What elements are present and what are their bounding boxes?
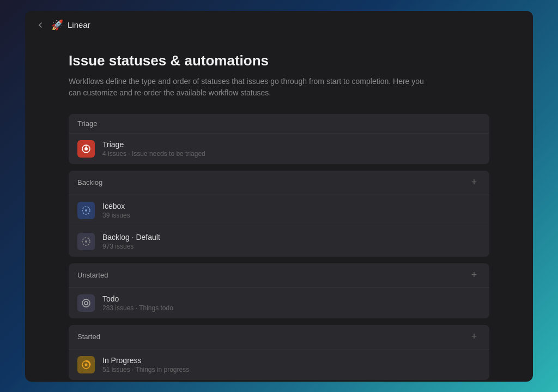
svg-point-10 <box>85 363 88 366</box>
title-bar: 🚀 Linear <box>25 11 533 39</box>
status-info: In Progress51 issues · Things in progres… <box>102 356 189 373</box>
status-info: Backlog · Default973 issues <box>102 233 160 250</box>
sections-container: Triage Triage4 issues · Issue needs to b… <box>69 114 489 380</box>
section-label-triage: Triage <box>77 119 97 128</box>
section-add-button-unstarted[interactable]: + <box>468 269 481 282</box>
section-backlog: Backlog+ Icebox39 issues Backlog · Defau… <box>69 171 489 257</box>
status-info: Triage4 issues · Issue needs to be triag… <box>102 140 205 158</box>
section-label-started: Started <box>77 333 100 341</box>
section-triage: Triage Triage4 issues · Issue needs to b… <box>69 114 489 164</box>
section-header-backlog: Backlog+ <box>69 171 489 195</box>
section-header-triage: Triage <box>69 114 489 134</box>
status-meta: 39 issues <box>102 212 130 219</box>
status-name: In Progress <box>102 356 189 365</box>
section-label-unstarted: Unstarted <box>77 271 108 279</box>
status-icon-backlog <box>77 233 95 250</box>
status-meta: 4 issues · Issue needs to be triaged <box>102 150 205 158</box>
status-icon-triage <box>77 140 95 158</box>
svg-point-1 <box>84 147 88 150</box>
section-unstarted: Unstarted+ Todo283 issues · Things todo <box>69 263 489 318</box>
section-header-unstarted: Unstarted+ <box>69 263 489 288</box>
status-item-triage[interactable]: Triage4 issues · Issue needs to be triag… <box>69 134 489 164</box>
status-name: Backlog · Default <box>102 233 160 242</box>
status-item-backlog[interactable]: Backlog · Default973 issues <box>69 226 489 257</box>
svg-point-7 <box>82 299 90 307</box>
status-info: Todo283 issues · Things todo <box>102 294 173 312</box>
svg-point-6 <box>85 240 87 243</box>
page-title: Issue statuses & automations <box>69 52 489 69</box>
status-name: Todo <box>102 294 173 303</box>
main-content: Issue statuses & automations Workflows d… <box>25 39 533 382</box>
section-add-button-started[interactable]: + <box>468 330 481 343</box>
status-item-inprogress[interactable]: In Progress51 issues · Things in progres… <box>69 349 489 380</box>
svg-point-4 <box>85 209 87 212</box>
app-title: Linear <box>68 20 90 29</box>
back-button[interactable] <box>34 19 47 32</box>
app-icon: 🚀 <box>51 19 63 31</box>
status-icon-inprogress <box>77 356 95 373</box>
status-name: Icebox <box>102 202 130 210</box>
app-window: 🚀 Linear Issue statuses & automations Wo… <box>25 11 533 382</box>
section-started: Started+ In Progress51 issues · Things i… <box>69 325 489 380</box>
status-item-icebox[interactable]: Icebox39 issues <box>69 195 489 226</box>
status-meta: 973 issues <box>102 243 160 250</box>
svg-point-8 <box>84 301 88 305</box>
status-name: Triage <box>102 140 205 149</box>
page-description: Workflows define the type and order of s… <box>69 76 428 99</box>
status-item-todo[interactable]: Todo283 issues · Things todo <box>69 288 489 318</box>
status-info: Icebox39 issues <box>102 202 130 219</box>
section-add-button-backlog[interactable]: + <box>468 176 481 189</box>
status-meta: 51 issues · Things in progress <box>102 366 189 373</box>
status-icon-icebox <box>77 202 95 219</box>
section-header-started: Started+ <box>69 325 489 349</box>
status-meta: 283 issues · Things todo <box>102 304 173 312</box>
section-label-backlog: Backlog <box>77 178 102 186</box>
status-icon-todo <box>77 294 95 312</box>
